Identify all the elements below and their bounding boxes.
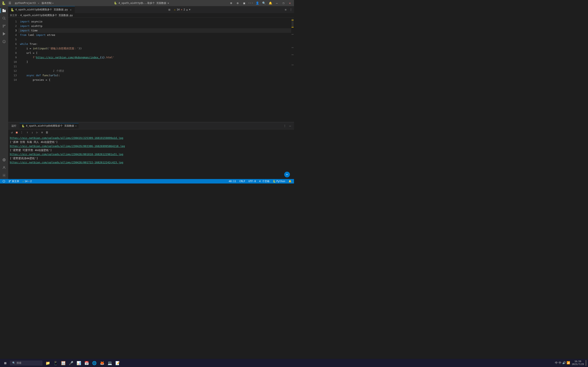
terminal-tab[interactable]: 🐍 4_xpath,aiohttp协程爬取多个 页面数据 ✕ — [20, 123, 79, 128]
svg-point-5 — [3, 27, 3, 27]
warn-count: 14 — [25, 180, 27, 183]
term-line-1: https://pic.netbian.com/uploads/allimg/2… — [10, 136, 292, 140]
title-bar: 🐍 ☰ pythonProject3 ▾ 版本控制 ▾ 🐍 4_xpath,ai… — [0, 0, 294, 6]
editor-area: 🐍 4_xpath,aiohttp协程爬取多个 页面数据.py ✕ ⊞ ⚠ 14… — [8, 6, 294, 179]
term-line-2: ['原神 甘雨 车厢 同人 4k动漫壁纸'] — [10, 140, 292, 144]
svg-point-17 — [4, 175, 5, 176]
run-label[interactable]: 运行 — [10, 123, 18, 128]
error-count: 2 — [183, 8, 185, 11]
activity-run[interactable] — [0, 30, 8, 38]
code-line-4: from lxml import etree — [18, 33, 291, 37]
warning-count: 14 — [177, 8, 180, 11]
stop-btn[interactable]: ■ — [15, 130, 19, 134]
run-file-btn2[interactable]: ▷ — [35, 130, 39, 134]
app-logo: 🐍 — [2, 1, 6, 5]
breadcrumb-folder[interactable]: 第五章 — [10, 14, 17, 17]
terminal-more-btn[interactable]: ⋮ — [283, 124, 287, 128]
svg-point-18 — [3, 180, 5, 183]
scroll-up-btn[interactable]: ↑ — [25, 130, 29, 134]
tab-close-btn[interactable]: ✕ — [69, 8, 72, 11]
cursor-position[interactable]: 48:11 — [228, 180, 237, 183]
svg-rect-0 — [3, 9, 4, 12]
code-line-8: url = [ — [18, 51, 291, 55]
tab-more-btn[interactable]: ⊞ — [167, 8, 172, 12]
breadcrumb-file[interactable]: 4_xpath,aiohttp协程爬取多个 页面数据.py — [20, 14, 73, 17]
code-line-2: import aiohttp — [18, 24, 291, 28]
file-type-label: Python — [277, 180, 285, 183]
more-actions-btn[interactable]: ··· — [248, 1, 253, 6]
minimap-btn[interactable]: ⋮ — [289, 7, 293, 12]
right-scrollbar[interactable] — [291, 18, 294, 122]
activity-git[interactable] — [0, 22, 8, 30]
code-content[interactable]: import asyncio import aiohttp import tim… — [18, 18, 291, 122]
activity-bar — [0, 6, 8, 179]
warn-icon: ⚠ — [22, 180, 24, 183]
term-line-6: ['星野爱高清4k壁纸'] — [10, 156, 292, 160]
branch-btn[interactable]: 第五章 — [8, 180, 20, 183]
code-line-1: import asyncio — [18, 19, 291, 24]
version-control[interactable]: 版本控制 ▾ — [41, 1, 54, 5]
tab-file-icon: 🐍 — [11, 8, 14, 11]
file-type-icon: 🐍 — [273, 180, 276, 183]
search-btn[interactable]: 🔍 — [261, 1, 266, 6]
accounts-btn[interactable]: 👤 — [255, 1, 260, 6]
collapse-down-btn[interactable]: ▼ — [189, 8, 190, 11]
warning-error-bar[interactable]: ⚠ 14 ✕ 2 ▲ ▼ — [173, 8, 192, 11]
terminal-minimize-btn[interactable]: — — [288, 124, 292, 128]
breadcrumb-sep1: › — [18, 14, 19, 17]
layout-btn[interactable]: ▣ — [242, 1, 247, 6]
terminal-tab-label: 4_xpath,aiohttp协程爬取多个 页面数据 — [26, 124, 74, 128]
main-layout: 🐍 4_xpath,aiohttp协程爬取多个 页面数据.py ✕ ⊞ ⚠ 14… — [0, 6, 294, 179]
svg-point-19 — [9, 180, 9, 181]
activity-settings[interactable] — [0, 172, 8, 179]
bug-icon-btn[interactable] — [2, 180, 6, 183]
activity-accounts[interactable] — [0, 164, 8, 171]
encoding[interactable]: UTF-8 — [248, 180, 257, 183]
line-ending[interactable]: CRLF — [238, 180, 246, 183]
activity-remote[interactable] — [0, 156, 8, 164]
terminal-toolbar: ↺ ■ ⋮ ↑ ↓ ▷ ≡ 🗑 — [8, 129, 294, 135]
collapse-up-btn[interactable]: ▲ — [186, 8, 188, 11]
svg-point-13 — [4, 42, 4, 42]
notifications-btn2[interactable]: 🔔 — [288, 180, 292, 183]
restore-btn[interactable]: ❐ — [281, 1, 286, 6]
file-tab[interactable]: 🐍 4_xpath,aiohttp协程爬取多个 页面数据.py ✕ — [8, 6, 75, 13]
warning-status[interactable]: ⚠ 14 ✕ 2 — [22, 180, 33, 183]
code-line-6: while True: — [18, 42, 291, 46]
svg-point-21 — [10, 180, 11, 181]
code-line-7: i = int(input('请输入你想看的页面：')) — [18, 46, 291, 51]
code-line-13: async def func(urls): — [18, 73, 291, 78]
tab-label: 4_xpath,aiohttp协程爬取多个 页面数据.py — [15, 8, 68, 11]
send-btn[interactable]: ➤ — [284, 172, 290, 177]
restart-btn[interactable]: ↺ — [10, 130, 14, 134]
indentation[interactable]: 4 个空格 — [258, 180, 270, 183]
menu-toggle[interactable]: ☰ — [7, 1, 12, 5]
svg-point-16 — [3, 166, 5, 167]
close-btn[interactable]: ✕ — [287, 1, 292, 6]
terminal-content[interactable]: https://pic.netbian.com/uploads/allimg/2… — [8, 135, 294, 179]
extensions-btn[interactable]: ⊞ — [229, 1, 233, 6]
tab-bar: 🐍 4_xpath,aiohttp协程爬取多个 页面数据.py ✕ ⊞ ⚠ 14… — [8, 6, 294, 13]
settings-update-btn[interactable]: ⚙ — [235, 1, 240, 6]
err-icon: ✕ — [28, 180, 30, 183]
error-icon: ✕ — [181, 8, 182, 11]
code-line-10: ] — [18, 60, 291, 64]
file-type[interactable]: 🐍 Python — [272, 180, 286, 183]
notifications-btn[interactable]: 🔔 — [268, 1, 273, 6]
activity-debug-alt[interactable] — [0, 38, 8, 45]
wrap-btn[interactable]: ≡ — [40, 130, 44, 134]
clear-btn[interactable]: 🗑 — [45, 130, 49, 134]
term-line-4: ['星野爱 可爱手势 4k动漫壁纸'] — [10, 148, 292, 152]
scroll-down-btn[interactable]: ↓ — [30, 130, 34, 134]
line-numbers: 1 2 3 4 5 6 7 8 9 10 11 12 13 14 — [8, 18, 18, 122]
minimize-btn[interactable]: — — [274, 1, 279, 6]
activity-search[interactable] — [0, 15, 8, 22]
terminal-tab-close-btn[interactable]: ✕ — [75, 125, 77, 127]
terminal-panel: 运行 🐍 4_xpath,aiohttp协程爬取多个 页面数据 ✕ ⋮ — ↺ … — [8, 122, 294, 179]
project-name[interactable]: pythonProject3 — [14, 2, 36, 4]
activity-explorer[interactable] — [0, 7, 8, 14]
more-run-btn[interactable]: ⋮ — [20, 130, 24, 134]
code-editor[interactable]: 1 2 3 4 5 6 7 8 9 10 11 12 13 14 import … — [8, 18, 294, 122]
outline-btn[interactable]: ≡ — [283, 7, 288, 12]
err-count: 2 — [30, 180, 32, 183]
